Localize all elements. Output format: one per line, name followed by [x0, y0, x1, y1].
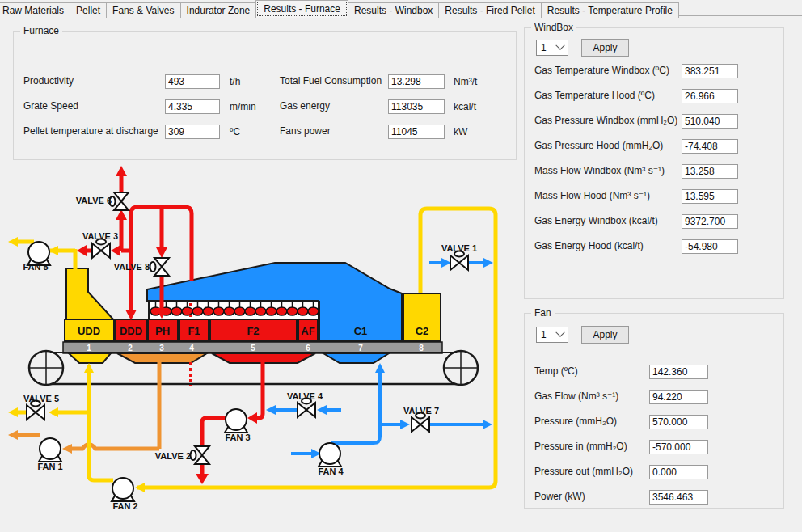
furnace-diagram: 1 2 3 4 5 6 7 8	[0, 158, 526, 532]
fan-pressure-out-label: Pressure out (mmH₂O)	[534, 465, 633, 479]
fan2-to-udd-pipe	[89, 365, 113, 480]
zone-af-label: AF	[301, 325, 314, 337]
burner-nozzle-icon	[308, 307, 319, 315]
track-number-7: 7	[358, 344, 363, 353]
wb-gas-temp-hood-field[interactable]	[682, 89, 738, 103]
furnace-panel-title: Furnace	[20, 25, 62, 36]
burner-nozzle-icon	[203, 307, 213, 315]
wb-gas-pressure-windbox-label: Gas Pressure Windbox (mmH₂O)	[534, 114, 677, 128]
fan-temp-label: Temp (ºC)	[534, 365, 578, 378]
valve1-symbol	[450, 251, 468, 271]
grate-speed-label: Grate Speed	[23, 99, 78, 113]
zone-ddd-label: DDD	[120, 325, 142, 337]
valve5-outlet-arrow-icon	[8, 407, 18, 417]
valve6-label: VALVE 6	[76, 196, 112, 205]
wb-gas-temp-hood-label: Gas Temperature Hood (ºC)	[534, 89, 655, 103]
burner-nozzle-icon	[171, 307, 182, 315]
wb-gas-temp-windbox-label: Gas Temperature Windbox (ºC)	[534, 64, 669, 78]
tab-results-temperature-profile[interactable]: Results - Temperature Profile	[541, 2, 679, 18]
fan-selector-value: 1	[541, 329, 547, 340]
zone-c2-label: C2	[416, 325, 429, 337]
wb-gas-energy-windbox-label: Gas Energy Windbox (kcal/t)	[534, 214, 658, 228]
fan3-inlet-pipe	[257, 362, 263, 418]
fan1-inlet-arrow-icon	[62, 444, 72, 454]
tab-results-windbox[interactable]: Results - Windbox	[348, 2, 439, 18]
stack-exhaust-arrow-icon	[116, 166, 127, 176]
wb-gas-energy-windbox-field[interactable]	[682, 214, 738, 229]
tab-bar: Raw Materials Pellet Fans & Valves Indur…	[0, 0, 678, 18]
wb-gas-temp-windbox-field[interactable]	[682, 64, 738, 78]
valve3-symbol	[92, 239, 110, 259]
fan-power-field[interactable]	[649, 490, 708, 505]
fan-selector[interactable]: 1	[536, 327, 568, 343]
wb-gas-pressure-windbox-field[interactable]	[682, 114, 738, 129]
pellet-discharge-temp-unit: ºC	[230, 125, 240, 139]
wb-mass-flow-windbox-field[interactable]	[682, 164, 738, 179]
grate-speed-unit: m/min	[230, 99, 256, 114]
windbox-apply-button[interactable]: Apply	[581, 39, 629, 57]
tab-indurator-zone[interactable]: Indurator Zone	[180, 2, 257, 18]
valve3-outlet-arrow-icon	[77, 245, 87, 256]
valve8-label: VALVE 8	[114, 262, 150, 272]
pellet-discharge-temp-field[interactable]	[165, 125, 220, 139]
productivity-unit: t/h	[230, 74, 240, 89]
valve4-inlet-arrow-icon	[317, 405, 327, 415]
fans-power-field[interactable]	[388, 125, 445, 139]
furnace-panel: Furnace Productivity t/h Grate Speed m/m…	[13, 31, 517, 160]
fan-pressure-in-field[interactable]	[649, 440, 708, 454]
pellet-discharge-temp-label: Pellet temperature at discharge	[23, 125, 158, 138]
windbox-selector-value: 1	[541, 42, 547, 53]
fan-power-label: Power (kW)	[534, 490, 585, 504]
fan-pressure-label: Pressure (mmH₂O)	[534, 415, 617, 429]
valve3-label: VALVE 3	[82, 231, 118, 241]
track-number-6: 6	[306, 344, 310, 353]
wb-gas-pressure-hood-label: Gas Pressure Hood (mmH₂O)	[534, 139, 663, 153]
fan3-inlet-arrow-icon	[247, 412, 257, 424]
tab-pellet[interactable]: Pellet	[70, 2, 107, 18]
gas-energy-label: Gas energy	[280, 99, 330, 113]
track-number-5: 5	[251, 344, 255, 353]
track-number-1: 1	[87, 344, 91, 353]
zone-f2-label: F2	[247, 325, 259, 337]
burner-nozzle-icon	[213, 307, 224, 315]
valve7-outlet-arrow-icon	[483, 420, 492, 429]
zone-udd-label: UDD	[78, 325, 100, 337]
fan2-symbol	[112, 478, 134, 501]
fan-pressure-out-field[interactable]	[649, 465, 708, 479]
gas-energy-field[interactable]	[388, 99, 445, 114]
fan-apply-button[interactable]: Apply	[581, 326, 629, 344]
hopper-udd	[69, 353, 111, 363]
total-fuel-unit: Nm³/t	[454, 74, 477, 89]
productivity-field[interactable]	[165, 74, 220, 89]
wb-gas-pressure-hood-field[interactable]	[682, 139, 738, 154]
valve5-label: VALVE 5	[23, 394, 59, 403]
burner-nozzle-icon	[192, 307, 203, 315]
fan-panel: Fan 1 Apply Temp (ºC) Gas Flow (Nm³ s⁻¹)…	[524, 313, 784, 509]
udd-return-arrow-icon	[84, 363, 94, 373]
wb-gas-energy-hood-field[interactable]	[682, 239, 738, 254]
grate-speed-field[interactable]	[165, 99, 220, 114]
windbox-selector[interactable]: 1	[536, 40, 568, 56]
tab-results-furnace[interactable]: Results - Furnace	[255, 0, 348, 18]
tab-raw-materials[interactable]: Raw Materials	[0, 2, 70, 18]
total-fuel-field[interactable]	[388, 74, 445, 89]
fan3-symbol	[225, 409, 247, 433]
tab-results-fired-pellet[interactable]: Results - Fired Pellet	[438, 2, 541, 18]
gas-energy-unit: kcal/t	[454, 99, 476, 114]
fan-temp-field[interactable]	[649, 365, 708, 379]
wb-mass-flow-hood-field[interactable]	[682, 189, 738, 204]
fan1-symbol	[39, 438, 61, 462]
valve4-label: VALVE 4	[287, 391, 323, 401]
fan-pressure-in-label: Pressure in (mmH₂O)	[534, 440, 627, 454]
valve2-outlet-arrow-icon	[196, 474, 209, 484]
tab-fans-valves[interactable]: Fans & Valves	[106, 2, 180, 18]
fan1-outlet-arrow-icon	[8, 430, 18, 440]
fan-gas-flow-field[interactable]	[649, 390, 708, 404]
fan4-symbol	[319, 443, 341, 467]
app-window: { "tabs": { "active_index": 4, "items": …	[0, 0, 802, 532]
fan2-inlet-arrow-icon	[135, 483, 145, 492]
fan-pressure-field[interactable]	[649, 415, 708, 429]
burner-nozzle-icon	[266, 307, 276, 315]
valve1-label: VALVE 1	[441, 243, 477, 253]
fan5-outlet-arrow-icon	[8, 237, 18, 247]
